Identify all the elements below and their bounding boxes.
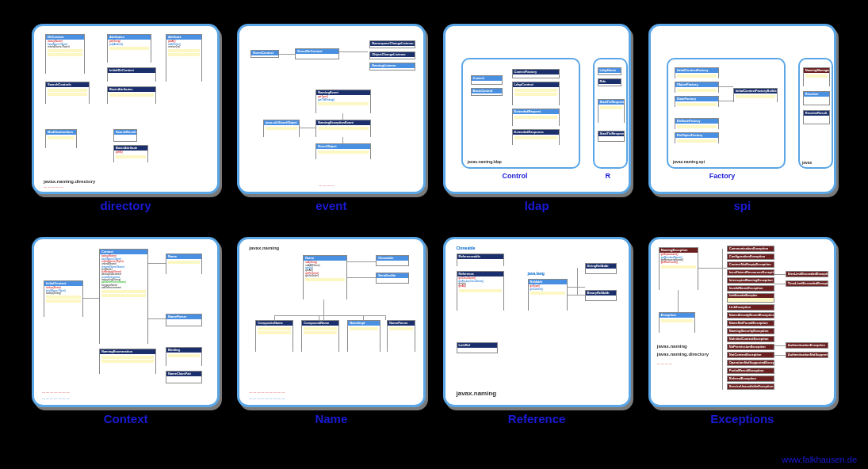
class-header: NameClassPair <box>166 372 201 376</box>
class-header: InvalidNameException <box>728 286 774 291</box>
class-header: OperationNotSupportedException <box>728 360 774 365</box>
class-header: ObjectChangeListener <box>370 52 415 57</box>
panel-label: Context <box>104 412 148 425</box>
sub-label: Control <box>503 172 528 180</box>
class-header: ContextNotEmptyException <box>728 262 774 267</box>
panel-label: ldap <box>525 199 549 212</box>
cell-reference: Cloneable Referenceable ReferencegetClas… <box>443 237 631 436</box>
package-label: javax.naming.directory <box>44 179 95 184</box>
panel-label: event <box>315 199 346 212</box>
class-header: NotContextException <box>728 353 774 357</box>
class-header: ResolveResult <box>804 111 829 116</box>
class-header: Control <box>472 76 502 81</box>
package-label: javax.naming <box>657 344 687 349</box>
class-header: ServiceUnavailableException <box>728 384 774 389</box>
class-header: NamespaceChangeListener <box>370 41 415 46</box>
panel-event[interactable]: EventContext EventDirContext NamespaceCh… <box>237 24 425 194</box>
class-header: NoInitialContextException <box>728 337 774 341</box>
class-header: BasicControl <box>472 89 502 93</box>
package-label: javax.naming <box>249 246 279 250</box>
sub-label: R <box>606 172 611 180</box>
class-header: EventDirContext <box>296 49 338 54</box>
class-header: StartTlsResponse <box>598 132 624 136</box>
class-header: InterruptedNamingException <box>728 278 774 283</box>
cell-event: EventContext EventDirContext NamespaceCh… <box>237 24 425 223</box>
cell-name: javax.naming Nameadd(String)addAll(Name)… <box>237 237 425 436</box>
class-header: SizeLimitExceededException <box>786 272 828 276</box>
class-header: EventContext <box>251 51 278 55</box>
panel-label: spi <box>734 199 751 212</box>
package-label: javax.naming.ldap <box>468 159 502 164</box>
class-header: NameNotFoundException <box>728 321 774 326</box>
class-header: LinkRef <box>457 343 497 348</box>
class-header: Rdn <box>598 79 621 84</box>
class-header: LdapName <box>598 68 621 73</box>
class-header: NamingSecurityException <box>728 329 774 334</box>
class-header: BinaryRefAddr <box>586 291 616 296</box>
class-header: ControlFactory <box>513 70 559 74</box>
panel-label: directory <box>101 199 151 212</box>
cell-context: InitialContextlookup(Name)bind(Name,Obje… <box>32 237 220 436</box>
panel-reference[interactable]: Cloneable Referenceable ReferencegetClas… <box>443 237 631 407</box>
class-header: AuthenticationNotSupportedException <box>786 353 828 357</box>
panel-ldap[interactable]: Control BasicControl ControlFactory Ldap… <box>443 24 631 194</box>
class-header: NameAlreadyBoundException <box>728 313 774 318</box>
class-header: LimitExceededException <box>728 294 774 298</box>
class-header: ConfigurationException <box>728 254 774 259</box>
panel-name[interactable]: javax.naming Nameadd(String)addAll(Name)… <box>237 237 425 407</box>
class-header: Resolver <box>804 92 829 97</box>
cell-spi: InitialContextFactory ObjectFactory Stat… <box>648 24 836 223</box>
panel-spi[interactable]: InitialContextFactory ObjectFactory Stat… <box>648 24 836 194</box>
class-header: LinkException <box>728 305 774 310</box>
diagram-grid: DirContextlookup(Name)bind(Name,Object)r… <box>32 24 836 436</box>
package-label: javax.naming.spi <box>673 159 705 164</box>
class-header: AuthenticationException <box>786 343 828 348</box>
class-header: CommunicationException <box>728 246 774 251</box>
cell-ldap: Control BasicControl ControlFactory Ldap… <box>443 24 631 223</box>
cell-exceptions: NamingExceptiongetExplanation()getResolv… <box>648 237 836 436</box>
cell-directory: DirContextlookup(Name)bind(Name,Object)r… <box>32 24 220 223</box>
class-header: InsufficientResourcesException <box>728 270 774 275</box>
class-header: PartialResultException <box>728 368 774 373</box>
class-header: NamingListener <box>370 63 415 68</box>
panel-context[interactable]: InitialContextlookup(Name)bind(Name,Obje… <box>32 237 220 407</box>
panel-label: Name <box>315 412 347 425</box>
class-header: StringRefAddr <box>586 264 616 269</box>
class-header: NameParser <box>166 315 201 319</box>
class-header: SearchResult <box>114 130 136 135</box>
panel-label: Reference <box>508 412 566 425</box>
class-header: NoPermissionException <box>728 345 774 349</box>
package-label: javax.naming <box>457 390 497 397</box>
sub-label: Factory <box>709 172 736 180</box>
class-header: ReferralException <box>728 376 774 381</box>
panel-directory[interactable]: DirContextlookup(Name)bind(Name,Object)r… <box>32 24 220 194</box>
panel-exceptions[interactable]: NamingExceptiongetExplanation()getResolv… <box>648 237 836 407</box>
footer-link[interactable]: www.falkhausen.de <box>782 455 857 464</box>
class-header: TimeLimitExceededException <box>786 281 828 286</box>
panel-label: Exceptions <box>710 412 774 425</box>
